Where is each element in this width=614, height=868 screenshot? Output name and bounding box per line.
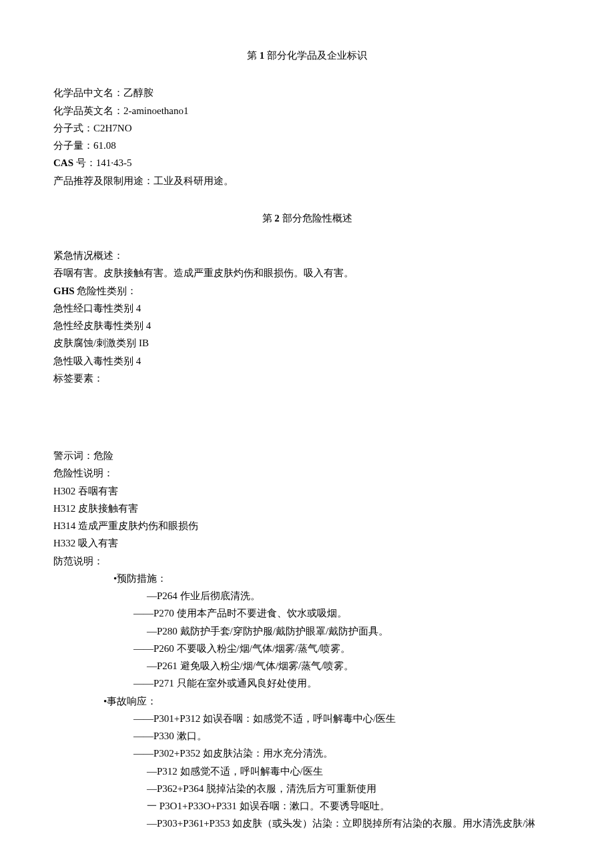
ghs-label: GHS 危险性类别： xyxy=(53,282,561,300)
l-mw: 分子量： xyxy=(53,140,93,151)
p260: ——P260 不要吸入粉尘/烟/气体/烟雾/蒸气/喷雾。 xyxy=(53,640,561,657)
chem-name-en: 化学品英文名：2-aminoethano1 xyxy=(53,102,561,119)
p280: —P280 戴防护手套/穿防护服/戴防护眼罩/戴防护面具。 xyxy=(53,622,561,640)
l-use: 产品推荐及限制用途： xyxy=(53,175,154,186)
v-name-cn: 乙醇胺 xyxy=(123,87,154,98)
l-cas2: 号： xyxy=(73,157,96,168)
l-formula: 分子式： xyxy=(53,123,93,133)
p264: —P264 作业后彻底清洗。 xyxy=(53,587,561,604)
p271: ——P271 只能在室外或通风良好处使用。 xyxy=(53,675,561,692)
emergency-label: 紧急情况概述： xyxy=(53,247,561,264)
h314: H314 造成严重皮肤灼伤和眼损伤 xyxy=(53,517,561,534)
prevention-header: •预防措施： xyxy=(53,570,561,587)
p302-352: ——P302+P352 如皮肤沾染：用水充分清洗。 xyxy=(53,745,561,762)
s2-prefix: 第 xyxy=(262,213,275,224)
product-use: 产品推荐及限制用途：工业及科研用途。 xyxy=(53,172,561,189)
formula: 分子式：C2H7NO xyxy=(53,119,561,137)
s2-num: 2 xyxy=(274,213,280,224)
hazard-statement-label: 危险性说明： xyxy=(53,464,561,482)
v-cas: 141·43-5 xyxy=(96,157,132,168)
h312: H312 皮肤接触有害 xyxy=(53,500,561,517)
l-name-cn: 化学品中文名： xyxy=(53,87,123,98)
section-2-title: 第 2 部分危险性概述 xyxy=(53,209,561,227)
l-name-en: 化学品英文名： xyxy=(53,105,123,116)
label-elements: 标签要素： xyxy=(53,370,561,387)
s1-prefix: 第 xyxy=(247,50,260,61)
p312: —P312 如感觉不适，呼叫解毒中心/医生 xyxy=(53,763,561,780)
v-mw: 61.08 xyxy=(93,140,116,151)
response-header: •事故响应： xyxy=(53,693,561,710)
pictogram-placeholder xyxy=(53,387,561,447)
v-use: 工业及科研用途。 xyxy=(154,175,234,186)
chem-name-cn: 化学品中文名：乙醇胺 xyxy=(53,84,561,101)
ghs-rest: 危险性类别： xyxy=(75,286,137,296)
ghs-cat-1: 急性经口毒性类别 4 xyxy=(53,300,561,317)
ghs-cat-3: 皮肤腐蚀/刺激类别 IB xyxy=(53,334,561,352)
signal-word: 警示词：危险 xyxy=(53,447,561,464)
l-signal: 警示词： xyxy=(53,450,93,461)
s1-suffix: 部分化学品及企业标识 xyxy=(264,50,367,61)
molecular-weight: 分子量：61.08 xyxy=(53,137,561,154)
ghs-cat-4: 急性吸入毒性类别 4 xyxy=(53,352,561,370)
cas-number: CAS 号：141·43-5 xyxy=(53,154,561,171)
emergency-text: 吞咽有害。皮肤接触有害。造成严重皮肤灼伤和眼损伤。吸入有害。 xyxy=(53,264,561,282)
ghs-cat-2: 急性经皮肤毒性类别 4 xyxy=(53,317,561,334)
p303-361-353: —P303+P361+P353 如皮肤（或头发）沾染：立即脱掉所有沾染的衣服。用… xyxy=(53,815,561,832)
v-signal: 危险 xyxy=(93,450,113,461)
p330: ——P330 漱口。 xyxy=(53,727,561,745)
precaution-label: 防范说明： xyxy=(53,552,561,570)
p301-330-331: 一 P3O1+P33O+P331 如误吞咽：漱口。不要诱导呕吐。 xyxy=(53,797,561,815)
v-formula: C2H7NO xyxy=(93,123,132,133)
p261: —P261 避免吸入粉尘/烟/气体/烟雾/蒸气/喷雾。 xyxy=(53,657,561,675)
l-cas-bold: CAS xyxy=(53,157,73,168)
p270: ——P270 使用本产品时不要进食、饮水或吸烟。 xyxy=(53,604,561,622)
p362-364: —P362+P364 脱掉沾染的衣服，清洗后方可重新使用 xyxy=(53,780,561,797)
section-1-title: 第 1 部分化学品及企业标识 xyxy=(53,47,561,64)
h332: H332 吸入有害 xyxy=(53,534,561,552)
ghs-bold: GHS xyxy=(53,286,75,296)
p301-312: ——P301+P312 如误吞咽：如感觉不适，呼叫解毒中心/医生 xyxy=(53,710,561,727)
h302: H302 吞咽有害 xyxy=(53,482,561,500)
s2-suffix: 部分危险性概述 xyxy=(280,213,352,224)
v-name-en: 2-aminoethano1 xyxy=(123,105,188,116)
